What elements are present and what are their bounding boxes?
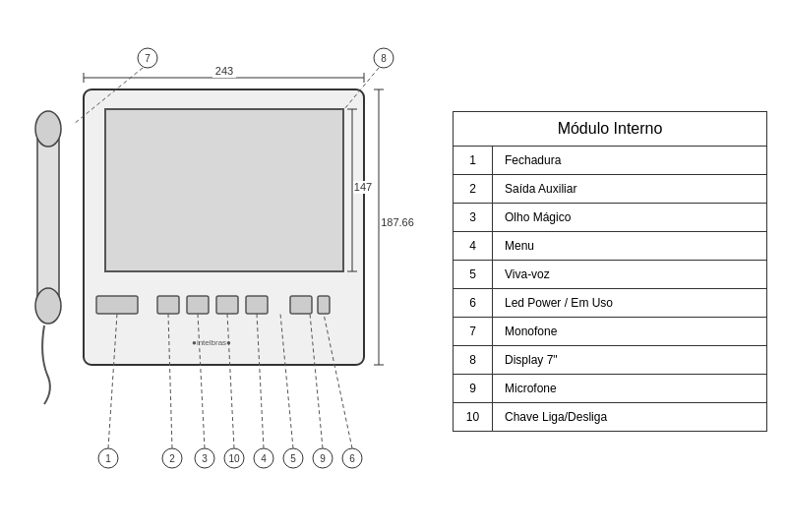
table-row: 10 Chave Liga/Desliga xyxy=(454,403,766,431)
table-area: Módulo Interno 1 Fechadura 2 Saída Auxil… xyxy=(453,111,767,432)
row-label: Microfone xyxy=(493,375,766,402)
table-row: 8 Display 7" xyxy=(454,346,766,375)
svg-line-51 xyxy=(108,314,117,448)
svg-text:6: 6 xyxy=(349,453,355,464)
row-number: 8 xyxy=(454,346,493,374)
row-number: 4 xyxy=(454,232,493,260)
svg-rect-11 xyxy=(290,296,312,314)
svg-rect-9 xyxy=(246,296,268,314)
diagram-area: ●intelbras● 243 243 187.66 147 7 xyxy=(20,11,443,522)
svg-point-1 xyxy=(35,111,61,147)
table-row: 6 Led Power / Em Uso xyxy=(454,289,766,318)
table-row: 2 Saída Auxiliar xyxy=(454,175,766,204)
table-row: 3 Olho Mágico xyxy=(454,204,766,232)
svg-text:7: 7 xyxy=(145,53,151,64)
svg-rect-4 xyxy=(105,109,343,271)
svg-line-57 xyxy=(310,314,323,448)
svg-rect-6 xyxy=(157,296,179,314)
svg-text:9: 9 xyxy=(320,453,326,464)
svg-point-47 xyxy=(342,448,362,468)
svg-text:5: 5 xyxy=(290,453,296,464)
table-row: 7 Monofone xyxy=(454,318,766,346)
svg-point-35 xyxy=(162,448,182,468)
table-row: 4 Menu xyxy=(454,232,766,261)
svg-text:1: 1 xyxy=(105,453,111,464)
svg-point-2 xyxy=(35,288,61,324)
svg-rect-5 xyxy=(96,296,138,314)
svg-rect-8 xyxy=(216,296,238,314)
svg-rect-3 xyxy=(84,89,364,365)
row-label: Menu xyxy=(493,232,766,260)
svg-text:●intelbras●: ●intelbras● xyxy=(192,338,231,347)
svg-line-50 xyxy=(344,68,379,109)
svg-text:147: 147 xyxy=(354,181,372,193)
row-number: 2 xyxy=(454,175,493,203)
row-label: Fechadura xyxy=(493,147,766,174)
row-number: 5 xyxy=(454,261,493,288)
svg-line-58 xyxy=(324,314,352,448)
svg-point-37 xyxy=(195,448,214,468)
row-number: 1 xyxy=(454,147,493,174)
svg-text:187.66: 187.66 xyxy=(381,216,414,228)
svg-point-45 xyxy=(313,448,333,468)
svg-rect-27 xyxy=(353,181,373,194)
svg-text:4: 4 xyxy=(261,453,267,464)
row-label: Led Power / Em Uso xyxy=(493,289,766,317)
table-row: 9 Microfone xyxy=(454,375,766,403)
svg-rect-22 xyxy=(380,215,415,229)
svg-line-52 xyxy=(168,314,172,448)
row-number: 7 xyxy=(454,318,493,345)
main-container: ●intelbras● 243 243 187.66 147 7 xyxy=(0,0,787,532)
table-row: 5 Viva-voz xyxy=(454,261,766,289)
svg-text:243: 243 xyxy=(215,65,233,77)
row-label: Monofone xyxy=(493,318,766,345)
row-number: 6 xyxy=(454,289,493,317)
svg-point-39 xyxy=(224,448,244,468)
row-number: 9 xyxy=(454,375,493,402)
row-label: Viva-voz xyxy=(493,261,766,288)
svg-text:3: 3 xyxy=(202,453,208,464)
row-label: Display 7" xyxy=(493,346,766,374)
svg-line-56 xyxy=(280,314,293,448)
svg-rect-17 xyxy=(212,65,236,78)
svg-rect-7 xyxy=(187,296,209,314)
svg-line-49 xyxy=(74,68,143,124)
svg-text:10: 10 xyxy=(228,453,240,464)
svg-point-41 xyxy=(254,448,273,468)
table-title: Módulo Interno xyxy=(454,112,766,147)
svg-line-54 xyxy=(227,314,234,448)
svg-text:8: 8 xyxy=(381,53,387,64)
svg-point-29 xyxy=(138,48,157,68)
svg-point-33 xyxy=(98,448,118,468)
svg-point-31 xyxy=(374,48,394,68)
row-number: 10 xyxy=(454,403,493,431)
table-row: 1 Fechadura xyxy=(454,147,766,175)
svg-text:2: 2 xyxy=(169,453,175,464)
svg-rect-0 xyxy=(37,119,59,316)
row-number: 3 xyxy=(454,204,493,231)
row-label: Olho Mágico xyxy=(493,204,766,231)
row-label: Chave Liga/Desliga xyxy=(493,403,766,431)
svg-rect-10 xyxy=(318,296,330,314)
svg-text:243: 243 xyxy=(214,65,232,77)
row-label: Saída Auxiliar xyxy=(493,175,766,203)
svg-line-53 xyxy=(198,314,205,448)
svg-line-55 xyxy=(257,314,264,448)
svg-point-43 xyxy=(283,448,303,468)
